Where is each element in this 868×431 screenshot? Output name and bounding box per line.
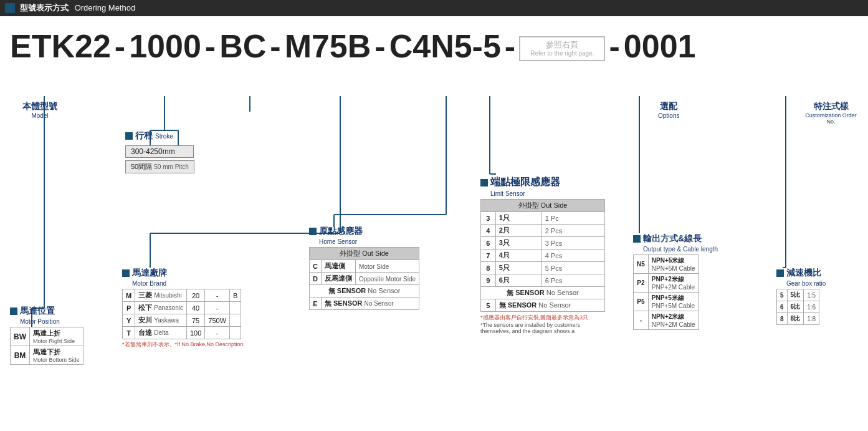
gearbox-header: 減速機比 [776,268,826,279]
table-row: E 無 SENSOR No Sensor [310,298,419,310]
table-row: 8 8比 1:8 [777,313,819,325]
limit-sensor-section: 端點極限感應器 Limit Sensor 外掛型 Out Side 3 1只 1… [480,176,605,334]
ref-box: 參照右頁 Refer to the right page. [519,36,605,61]
motor-brand-table: M 三菱 Mitsubishi 20 - B P 松下 Panasonic 40… [122,289,241,339]
dash-3: - [270,27,280,65]
label-options: 選配 Options [658,101,679,119]
table-row: 8 5只 5 Pcs [481,262,605,274]
diagram-container: ETK22 - 1000 - BC - M75B - C4N5-5 - 參照右頁… [10,21,857,420]
table-row: M 三菱 Mitsubishi 20 - B [123,289,241,302]
label-custom: 特注式樣 Customization Order No. [804,101,857,125]
stroke-sq [125,132,133,140]
dash-4: - [374,27,385,65]
motor-brand-header: 馬達廠牌 [122,268,245,279]
table-row: 外掛型 Out Side [481,200,605,212]
output-sq [633,235,641,243]
table-row: 6 6比 1:6 [777,301,819,313]
model-m75b: M75B [285,27,371,65]
header-square [5,3,15,13]
home-sensor-table: 外掛型 Out Side C 馬達側 Motor Side D 反馬達側 Opp… [309,247,419,310]
table-row: 5 5比 1:5 [777,289,819,301]
table-row: 6 3只 3 Pcs [481,237,605,249]
home-sensor-sq [309,228,317,235]
output-table: N5 NPN+5米線 NPN+5M Cable P2 PNP+2米線 PNP+2… [633,254,699,330]
stroke-range: 300-4250mm [125,145,194,158]
table-row: BW 馬達上折 Motor Right Side [11,327,83,346]
table-row: 無 SENSOR No Sensor [310,285,419,298]
model-c4n5: C4N5-5 [389,27,501,65]
table-row: 外掛型 Out Side [310,248,419,260]
main-content: ETK22 - 1000 - BC - M75B - C4N5-5 - 參照右頁… [0,16,868,423]
table-row: N5 NPN+5米線 NPN+5M Cable [634,255,699,274]
output-section: 輸出方式&線長 Output type & Cable length N5 NP… [633,233,718,330]
table-row: BM 馬達下折 Motor Bottom Side [11,346,83,365]
limit-sensor-table: 外掛型 Out Side 3 1只 1 Pc 4 2只 2 Pcs 6 3只 3… [480,199,605,312]
table-row: P 松下 Panasonic 40 - [123,302,241,314]
gearbox-section: 減速機比 Gear box ratio 5 5比 1:5 6 6比 1:6 8 … [776,268,826,325]
table-row: 4 2只 2 Pcs [481,225,605,237]
motor-pos-table: BW 馬達上折 Motor Right Side BM 馬達下折 Motor B… [10,327,83,365]
table-row: 無 SENSOR No Sensor [481,287,605,299]
gearbox-table: 5 5比 1:5 6 6比 1:6 8 8比 1:8 [776,289,819,325]
dash-5: - [505,27,515,65]
table-row: 9 6只 6 Pcs [481,274,605,287]
table-row: - NPN+2米線 NPN+2M Cable [634,311,699,330]
motor-pos-sq [10,308,17,315]
dash-1: - [115,27,125,65]
motor-position-section: 馬達位置 Motor Position BW 馬達上折 Motor Right … [10,306,83,365]
table-row: D 反馬達側 Opposite Motor Side [310,273,419,285]
connector-lines [10,21,857,420]
gearbox-sq [776,269,784,277]
model-0001: 0001 [624,27,696,65]
table-row: 3 1只 1 Pc [481,212,605,225]
output-header: 輸出方式&線長 [633,233,718,245]
table-row: Y 安川 Yaskawa 75 750W [123,314,241,327]
table-row: 5 無 SENSOR No Sensor [481,299,605,312]
limit-sensor-header: 端點極限感應器 [480,176,605,189]
header-title: 型號表示方式 Ordering Method [20,2,135,14]
label-model: 本體型號 Model [22,101,57,119]
motor-brand-note: *若無煞車則不表示。*If No Brake,No Description. [122,341,245,349]
dash-2: - [205,27,216,65]
model-1000: 1000 [129,27,201,65]
model-code-row: ETK22 - 1000 - BC - M75B - C4N5-5 - 參照右頁… [10,27,696,65]
table-row: T 台達 Delta 100 - [123,327,241,339]
motor-pos-header: 馬達位置 [10,306,83,317]
stroke-section: 行程 Stroke 300-4250mm 50間隔 50 mm Pitch [125,130,194,173]
stroke-header: 行程 Stroke [125,130,194,142]
home-sensor-header: 原點感應器 [309,226,419,237]
limit-sensor-sq [480,179,488,186]
dash-6: - [609,27,619,65]
motor-brand-section: 馬達廠牌 Motor Brand M 三菱 Mitsubishi 20 - B … [122,268,245,349]
model-bc: BC [219,27,266,65]
table-row: P2 PNP+2米線 PNP+2M Cable [634,274,699,293]
header-bar: 型號表示方式 Ordering Method [0,0,868,16]
motor-brand-sq [122,269,130,277]
table-row: P5 PNP+5米線 PNP+5M Cable [634,293,699,311]
limit-sensor-note: *感應器由客戶自行安裝,圖面最多示意為3只 *The sensors are i… [480,314,605,334]
table-row: C 馬達側 Motor Side [310,260,419,273]
model-etk22: ETK22 [10,27,111,65]
pitch-row: 50間隔 50 mm Pitch [125,160,194,173]
table-row: 7 4只 4 Pcs [481,249,605,262]
home-sensor-section: 原點感應器 Home Sensor 外掛型 Out Side C 馬達側 Mot… [309,226,419,310]
